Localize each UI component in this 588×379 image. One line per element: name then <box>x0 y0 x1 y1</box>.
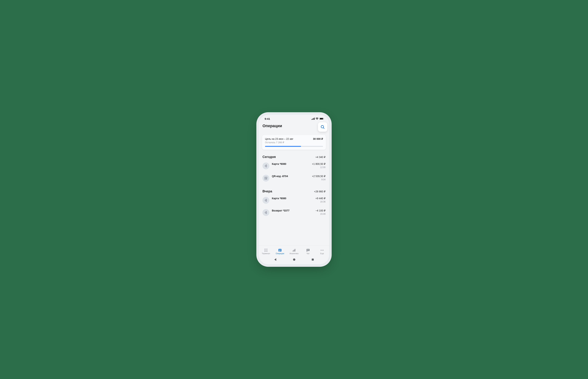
nav-back-icon[interactable] <box>274 258 277 261</box>
transaction-amount: +1 800,50 ₽ <box>312 162 326 165</box>
transaction-row[interactable]: Возврат *3377 −4 100 ₽ 15:49 <box>262 206 326 219</box>
status-time: 9:41 <box>265 117 270 120</box>
transactions-list[interactable]: Сегодня +4 340 ₽ Карта *8080 +1 800,50 ₽… <box>259 150 329 246</box>
svg-rect-6 <box>324 118 324 119</box>
transaction-amount: −4 100 ₽ <box>316 209 326 212</box>
nav-home-icon[interactable] <box>293 258 296 261</box>
tab-operations[interactable]: Операции <box>273 248 287 254</box>
goal-remaining: Осталось 7 266 ₽ <box>265 141 323 144</box>
tab-label: Аналитика <box>289 253 299 254</box>
svg-rect-26 <box>293 251 293 252</box>
header: Операции <box>259 123 329 128</box>
goal-title: Цель на 23 июн – 22 авг <box>265 137 293 140</box>
tab-terminal[interactable]: Терминал <box>259 248 273 254</box>
svg-point-21 <box>267 251 268 252</box>
chart-icon <box>292 248 296 252</box>
svg-rect-5 <box>320 118 323 119</box>
section-title: Вчера <box>262 190 272 193</box>
cellular-icon <box>311 118 315 120</box>
contactless-icon <box>262 209 269 216</box>
transaction-row[interactable]: Карта *8080 +1 800,50 ₽ 12:00 <box>262 159 326 172</box>
dots-icon <box>320 248 324 252</box>
transaction-row[interactable]: Карта *8080 +9 440 ₽ 16:36 <box>262 194 326 206</box>
svg-point-13 <box>264 249 265 250</box>
transaction-amount: +2 539,50 ₽ <box>312 175 326 178</box>
nav-recent-icon[interactable] <box>311 258 314 261</box>
transaction-row[interactable]: QR-код -8704 +2 539,50 ₽ 9:04 <box>262 172 326 184</box>
section-title: Сегодня <box>262 155 276 159</box>
transaction-title: Возврат *3377 <box>272 209 316 212</box>
svg-rect-23 <box>279 250 281 250</box>
svg-rect-10 <box>265 177 266 178</box>
svg-point-16 <box>264 250 265 251</box>
transaction-title: QR-код -8704 <box>272 175 312 178</box>
svg-point-20 <box>266 251 266 252</box>
search-button[interactable] <box>318 122 327 132</box>
tab-label: Еще <box>320 253 324 254</box>
svg-rect-25 <box>279 251 280 251</box>
contactless-icon <box>262 197 269 204</box>
page-title: Операции <box>262 124 282 128</box>
svg-point-34 <box>293 258 295 261</box>
goal-card[interactable]: Цель на 23 июн – 22 авг 30 000 ₽ Осталос… <box>262 135 326 150</box>
search-icon <box>320 125 325 129</box>
status-bar: 9:41 <box>259 115 329 123</box>
section-header-yesterday: Вчера +28 860 ₽ <box>262 190 326 193</box>
section-header-today: Сегодня +4 340 ₽ <box>262 155 326 159</box>
svg-rect-11 <box>266 177 267 178</box>
svg-point-19 <box>264 251 265 252</box>
svg-line-9 <box>323 128 324 129</box>
svg-point-17 <box>266 250 266 251</box>
svg-rect-28 <box>295 249 295 252</box>
transaction-time: 12:00 <box>312 166 326 169</box>
svg-rect-2 <box>313 118 314 120</box>
transaction-time: 15:49 <box>316 213 326 215</box>
screen: 9:41 Операции Цель на 23 июн – 22 авг <box>259 115 329 264</box>
tab-label: Терминал <box>262 253 270 254</box>
grid-icon <box>264 248 268 252</box>
tab-label: Операции <box>276 253 284 254</box>
contactless-icon <box>262 162 269 169</box>
section-sum: +4 340 ₽ <box>316 156 326 158</box>
svg-rect-12 <box>265 178 266 179</box>
tab-chat[interactable]: Чат <box>301 248 315 254</box>
transaction-title: Карта *8080 <box>272 197 316 200</box>
svg-rect-24 <box>279 250 281 251</box>
svg-point-32 <box>322 250 322 251</box>
tab-more[interactable]: Еще <box>315 248 329 254</box>
svg-point-18 <box>267 250 268 251</box>
svg-point-14 <box>266 249 266 250</box>
transaction-time: 9:04 <box>312 178 326 181</box>
chat-icon <box>306 248 310 252</box>
tab-analytics[interactable]: Аналитика <box>287 248 301 254</box>
transaction-time: 16:36 <box>316 201 326 203</box>
status-indicators <box>311 118 324 120</box>
goal-amount: 30 000 ₽ <box>313 137 323 140</box>
qr-icon <box>262 175 269 182</box>
tab-bar: Терминал Операции Аналитика Чат Еще <box>259 246 329 256</box>
svg-rect-35 <box>312 258 314 260</box>
transaction-title: Карта *8080 <box>272 162 312 165</box>
system-nav-bar <box>259 256 329 264</box>
svg-rect-27 <box>294 250 294 252</box>
section-sum: +28 860 ₽ <box>314 190 326 193</box>
phone-frame: 9:41 Операции Цель на 23 июн – 22 авг <box>259 115 329 264</box>
svg-point-33 <box>323 250 324 251</box>
list-icon <box>278 248 282 252</box>
transaction-amount: +9 440 ₽ <box>316 197 326 200</box>
svg-rect-0 <box>311 119 312 120</box>
battery-icon <box>319 118 324 120</box>
wifi-icon <box>316 118 318 120</box>
goal-progress-fill <box>265 146 301 147</box>
svg-point-15 <box>267 249 268 250</box>
svg-point-31 <box>321 250 321 251</box>
goal-progress-track <box>265 146 323 147</box>
svg-rect-1 <box>312 119 313 120</box>
svg-rect-3 <box>314 118 315 120</box>
tab-label: Чат <box>307 253 310 254</box>
